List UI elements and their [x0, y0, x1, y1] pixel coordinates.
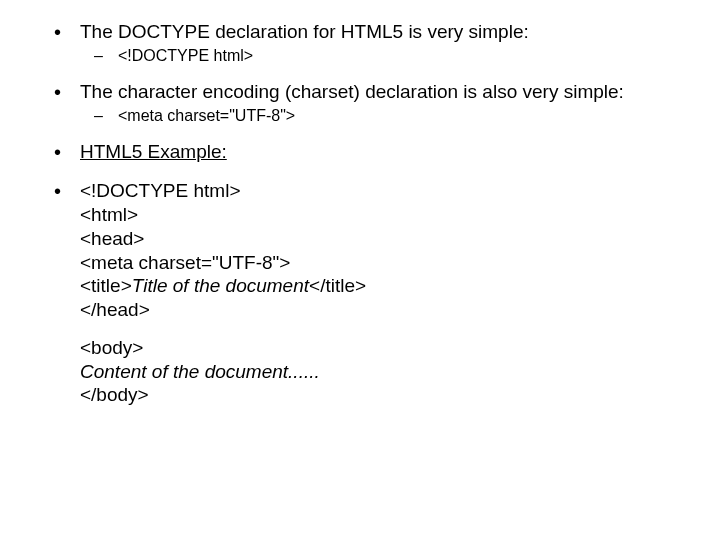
code-line-6: </head> — [80, 298, 680, 322]
code-line-8: Content of the document...... — [80, 360, 680, 384]
code-line-5: <title>Title of the document</title> — [80, 274, 680, 298]
bullet-code-example: <!DOCTYPE html> <html> <head> <meta char… — [40, 179, 680, 407]
spacer — [80, 163, 680, 173]
text-doctype-code: <!DOCTYPE html> — [118, 47, 253, 64]
bullet-charset-intro: The character encoding (charset) declara… — [40, 80, 680, 126]
text-charset-intro: The character encoding (charset) declara… — [80, 81, 624, 102]
code-line-4: <meta charset="UTF-8"> — [80, 251, 680, 275]
code-line-5c: </title> — [309, 275, 366, 296]
code-block-head: <!DOCTYPE html> <html> <head> <meta char… — [80, 179, 680, 322]
bullet-list: The DOCTYPE declaration for HTML5 is ver… — [40, 20, 680, 407]
slide-content: The DOCTYPE declaration for HTML5 is ver… — [0, 0, 720, 441]
bullet-doctype-intro: The DOCTYPE declaration for HTML5 is ver… — [40, 20, 680, 66]
code-line-9: </body> — [80, 383, 680, 407]
code-line-7: <body> — [80, 336, 680, 360]
text-doctype-intro: The DOCTYPE declaration for HTML5 is ver… — [80, 21, 529, 42]
code-line-2: <html> — [80, 203, 680, 227]
code-line-3: <head> — [80, 227, 680, 251]
text-example-heading: HTML5 Example: — [80, 141, 227, 162]
text-charset-code: <meta charset="UTF-8"> — [118, 107, 295, 124]
subitem-doctype-code: <!DOCTYPE html> — [80, 46, 680, 66]
bullet-example-heading: HTML5 Example: — [40, 140, 680, 174]
code-line-5b: Title of the document — [132, 275, 309, 296]
code-line-5a: <title> — [80, 275, 132, 296]
sublist-doctype: <!DOCTYPE html> — [80, 46, 680, 66]
subitem-charset-code: <meta charset="UTF-8"> — [80, 106, 680, 126]
sublist-charset: <meta charset="UTF-8"> — [80, 106, 680, 126]
code-line-1: <!DOCTYPE html> — [80, 179, 680, 203]
code-block-body: <body> Content of the document...... </b… — [80, 336, 680, 407]
